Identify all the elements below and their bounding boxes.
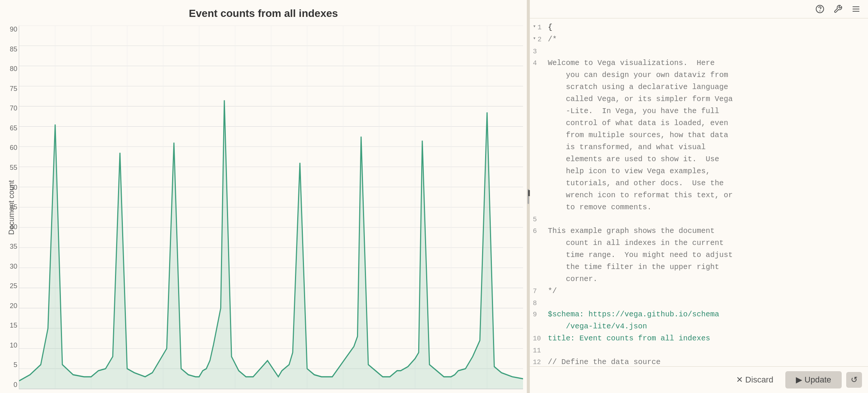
y-tick: 15 — [0, 322, 17, 330]
chart-inner: 0 5 10 15 20 25 30 35 40 45 50 55 60 65 … — [19, 26, 523, 389]
update-label: ▶ Update — [796, 375, 831, 385]
y-tick: 5 — [0, 361, 17, 369]
y-tick: 30 — [0, 263, 17, 271]
code-line-12: 12 // Define the data source — [530, 356, 868, 366]
y-tick: 60 — [0, 144, 17, 152]
code-line-7: 7 */ — [530, 285, 868, 297]
code-line-2: ▾2 /* — [530, 33, 868, 45]
help-icon[interactable] — [814, 3, 826, 15]
wrench-icon[interactable] — [832, 3, 844, 15]
y-tick: 50 — [0, 184, 17, 192]
code-toolbar — [530, 0, 868, 18]
discard-label: Discard — [745, 375, 773, 385]
y-tick: 65 — [0, 124, 17, 132]
chart-panel: Event counts from all indexes Document c… — [0, 0, 527, 393]
panel-divider[interactable]: ‖ — [527, 0, 530, 393]
y-tick: 90 — [0, 26, 17, 33]
code-line-1: ▾1 { — [530, 21, 868, 33]
code-line-5: 5 — [530, 213, 868, 225]
y-tick: 75 — [0, 85, 17, 93]
y-tick: 55 — [0, 164, 17, 172]
svg-point-33 — [820, 11, 820, 11]
code-line-9: 9 $schema: https://vega.github.io/schema… — [530, 308, 868, 333]
code-line-8: 8 — [530, 297, 868, 309]
y-tick: 70 — [0, 104, 17, 112]
y-tick: 85 — [0, 45, 17, 53]
discard-button[interactable]: ✕ Discard — [729, 371, 781, 388]
code-line-10: 10 title: Event counts from all indexes — [530, 333, 868, 345]
code-line-11: 11 — [530, 345, 868, 356]
menu-icon[interactable] — [850, 3, 862, 15]
code-line-3: 3 — [530, 45, 868, 57]
y-tick: 80 — [0, 65, 17, 73]
chart-area: Document count 0 5 10 15 20 25 30 35 40 … — [4, 26, 523, 389]
y-tick: 40 — [0, 223, 17, 231]
code-line-6: 6 This example graph shows the document … — [530, 225, 868, 285]
y-tick: 20 — [0, 302, 17, 310]
chart-svg — [19, 26, 523, 389]
code-editor[interactable]: ▾1 { ▾2 /* 3 4 Welcome to Vega visualiza… — [530, 18, 868, 366]
y-tick: 45 — [0, 203, 17, 211]
y-tick: 25 — [0, 282, 17, 290]
fold-arrow[interactable]: ▾ — [533, 34, 536, 42]
refresh-button[interactable]: ↺ — [846, 372, 862, 388]
y-tick: 35 — [0, 243, 17, 251]
code-panel: ▾1 { ▾2 /* 3 4 Welcome to Vega visualiza… — [530, 0, 868, 393]
y-tick: 0 — [0, 381, 17, 389]
fold-arrow[interactable]: ▾ — [533, 22, 536, 30]
code-line-4: 4 Welcome to Vega visualizations. Here y… — [530, 57, 868, 213]
update-button[interactable]: ▶ Update — [785, 371, 842, 388]
y-tick: 10 — [0, 342, 17, 349]
y-axis-ticks: 0 5 10 15 20 25 30 35 40 45 50 55 60 65 … — [0, 26, 17, 389]
refresh-icon: ↺ — [851, 375, 857, 385]
chart-title: Event counts from all indexes — [4, 8, 523, 20]
divider-handle: ‖ — [528, 189, 529, 204]
code-footer: ✕ Discard ▶ Update ↺ — [530, 366, 868, 393]
close-icon: ✕ — [736, 375, 743, 385]
